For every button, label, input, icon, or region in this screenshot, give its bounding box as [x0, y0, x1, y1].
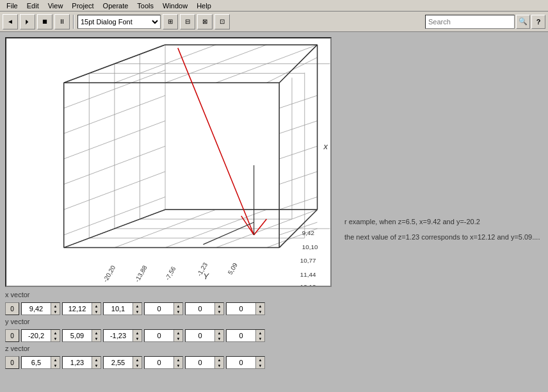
- z-spin-3[interactable]: ▲ ▼: [103, 356, 142, 369]
- y-spin-down-4[interactable]: ▼: [174, 336, 182, 341]
- z-spin-up-4[interactable]: ▲: [174, 357, 182, 363]
- run-button[interactable]: ⏵: [20, 14, 35, 29]
- y-input-2[interactable]: [63, 330, 92, 341]
- x-input-5[interactable]: [186, 303, 214, 314]
- z-spin-4[interactable]: ▲ ▼: [144, 356, 183, 369]
- x-spin-down-1[interactable]: ▼: [51, 309, 60, 314]
- y-spin-up-2[interactable]: ▲: [92, 330, 101, 336]
- y-input-5[interactable]: [186, 330, 214, 341]
- font-btn3[interactable]: ⊠: [197, 14, 213, 29]
- z-spin-up-5[interactable]: ▲: [215, 357, 223, 363]
- plot-svg: x Y 9,42 10,10 10,77 11,44 12,12 -20,20 …: [6, 38, 330, 286]
- z-spin-down-6[interactable]: ▼: [256, 363, 264, 368]
- x-spin-up-5[interactable]: ▲: [215, 303, 223, 309]
- x-spin-4[interactable]: ▲ ▼: [144, 302, 183, 315]
- menubar: File Edit View Project Operate Tools Win…: [0, 0, 548, 12]
- menu-operate[interactable]: Operate: [99, 0, 133, 11]
- x-input-3[interactable]: [104, 303, 133, 314]
- y-spin-6[interactable]: ▲ ▼: [226, 329, 265, 342]
- z-spin-down-3[interactable]: ▼: [133, 363, 141, 368]
- menu-project[interactable]: Project: [68, 0, 97, 11]
- x-spin-2[interactable]: ▲ ▼: [62, 302, 101, 315]
- y-spin-up-5[interactable]: ▲: [215, 330, 223, 336]
- back-button[interactable]: ◄: [3, 14, 18, 29]
- menu-window[interactable]: Window: [159, 0, 191, 11]
- search-button[interactable]: 🔍: [516, 15, 530, 29]
- y-input-4[interactable]: [145, 330, 173, 341]
- stop-button[interactable]: ⏹: [37, 14, 52, 29]
- font-btn2[interactable]: ⊟: [180, 14, 195, 29]
- x-spin-down-4[interactable]: ▼: [174, 309, 182, 314]
- font-selector[interactable]: 15pt Dialog Font: [77, 15, 161, 29]
- x-input-4[interactable]: [145, 303, 173, 314]
- z-spin-up-1[interactable]: ▲: [51, 357, 60, 363]
- z-vector-row: 0 ▲ ▼ ▲ ▼: [5, 356, 265, 369]
- y-spin-up-4[interactable]: ▲: [174, 330, 182, 336]
- y-spin-down-3[interactable]: ▼: [133, 336, 141, 341]
- x-spin-up-6[interactable]: ▲: [256, 303, 264, 309]
- x-spin-6[interactable]: ▲ ▼: [226, 302, 265, 315]
- menu-file[interactable]: File: [3, 0, 22, 11]
- z-spin-down-5[interactable]: ▼: [215, 363, 223, 368]
- z-spin-down-4[interactable]: ▼: [174, 363, 182, 368]
- z-input-4[interactable]: [145, 357, 173, 368]
- help-button[interactable]: ?: [531, 15, 545, 29]
- y-spin-1[interactable]: ▲ ▼: [21, 329, 60, 342]
- z-input-2[interactable]: [63, 357, 92, 368]
- z-spin-arrows-4: ▲ ▼: [173, 357, 182, 368]
- y-input-1[interactable]: [22, 330, 51, 341]
- x-spin-down-6[interactable]: ▼: [256, 309, 264, 314]
- x-spin-1[interactable]: ▲ ▼: [21, 302, 60, 315]
- z-spin-up-3[interactable]: ▲: [133, 357, 141, 363]
- x-zero-btn[interactable]: 0: [5, 302, 19, 315]
- z-spin-up-6[interactable]: ▲: [256, 357, 264, 363]
- x-spin-5[interactable]: ▲ ▼: [185, 302, 224, 315]
- z-spin-up-2[interactable]: ▲: [92, 357, 101, 363]
- z-input-6[interactable]: [227, 357, 255, 368]
- y-spin-3[interactable]: ▲ ▼: [103, 329, 142, 342]
- z-spin-6[interactable]: ▲ ▼: [226, 356, 265, 369]
- menu-view[interactable]: View: [44, 0, 67, 11]
- z-spin-2[interactable]: ▲ ▼: [62, 356, 101, 369]
- x-spin-up-3[interactable]: ▲: [133, 303, 141, 309]
- z-input-3[interactable]: [104, 357, 133, 368]
- y-input-3[interactable]: [104, 330, 133, 341]
- search-input[interactable]: [425, 15, 515, 29]
- y-spin-up-1[interactable]: ▲: [51, 330, 60, 336]
- z-spin-down-2[interactable]: ▼: [92, 363, 101, 368]
- x-spin-down-5[interactable]: ▼: [215, 309, 223, 314]
- y-spin-up-3[interactable]: ▲: [133, 330, 141, 336]
- z-spin-1[interactable]: ▲ ▼: [21, 356, 60, 369]
- y-input-6[interactable]: [227, 330, 255, 341]
- menu-edit[interactable]: Edit: [23, 0, 43, 11]
- x-spin-down-3[interactable]: ▼: [133, 309, 141, 314]
- x-input-2[interactable]: [63, 303, 92, 314]
- y-spin-4[interactable]: ▲ ▼: [144, 329, 183, 342]
- x-spin-3[interactable]: ▲ ▼: [103, 302, 142, 315]
- z-spin-down-1[interactable]: ▼: [51, 363, 60, 368]
- z-input-5[interactable]: [186, 357, 214, 368]
- x-input-6[interactable]: [227, 303, 255, 314]
- y-spin-arrows-2: ▲ ▼: [92, 330, 101, 341]
- z-spin-5[interactable]: ▲ ▼: [185, 356, 224, 369]
- pause-button[interactable]: ⏸: [54, 14, 70, 29]
- y-spin-down-5[interactable]: ▼: [215, 336, 223, 341]
- menu-tools[interactable]: Tools: [133, 0, 157, 11]
- y-spin-down-2[interactable]: ▼: [92, 336, 101, 341]
- menu-help[interactable]: Help: [193, 0, 215, 11]
- x-input-1[interactable]: [22, 303, 51, 314]
- x-spin-up-1[interactable]: ▲: [51, 303, 60, 309]
- x-spin-up-4[interactable]: ▲: [174, 303, 182, 309]
- x-spin-down-2[interactable]: ▼: [92, 309, 101, 314]
- y-zero-btn[interactable]: 0: [5, 329, 19, 342]
- x-spin-up-2[interactable]: ▲: [92, 303, 101, 309]
- y-spin-down-1[interactable]: ▼: [51, 336, 60, 341]
- y-spin-5[interactable]: ▲ ▼: [185, 329, 224, 342]
- font-btn1[interactable]: ⊞: [163, 14, 178, 29]
- z-input-1[interactable]: [22, 357, 51, 368]
- y-spin-up-6[interactable]: ▲: [256, 330, 264, 336]
- z-zero-btn[interactable]: 0: [5, 356, 19, 369]
- y-spin-down-6[interactable]: ▼: [256, 336, 264, 341]
- font-btn4[interactable]: ⊡: [214, 14, 230, 29]
- y-spin-2[interactable]: ▲ ▼: [62, 329, 101, 342]
